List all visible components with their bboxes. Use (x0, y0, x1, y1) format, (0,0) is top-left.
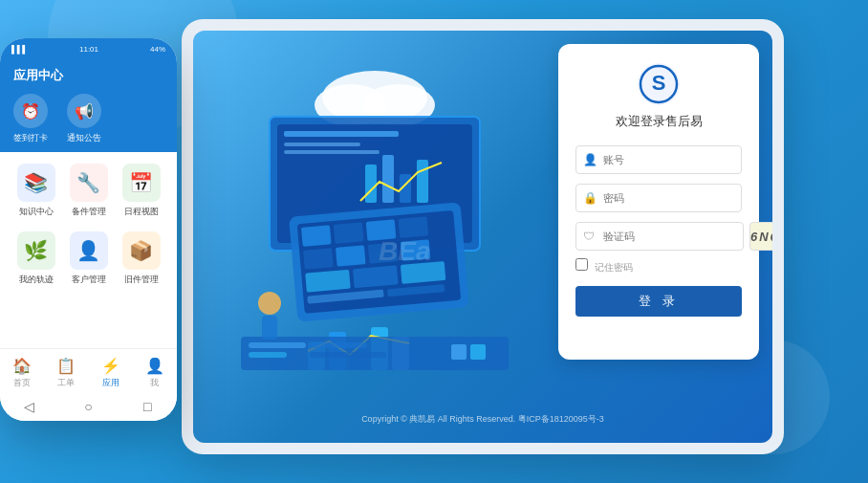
svg-rect-19 (336, 245, 366, 267)
svg-rect-23 (353, 265, 399, 288)
knowledge-label: 知识中心 (19, 206, 54, 218)
track-icon: 🌿 (17, 231, 55, 270)
grid-item-archive[interactable]: 📦 旧件管理 (119, 231, 163, 286)
remember-row: 记住密码 (575, 258, 742, 274)
grid-item-track[interactable]: 🌿 我的轨迹 (13, 231, 58, 286)
notice-label: 通知公告 (67, 132, 101, 144)
svg-rect-5 (284, 131, 399, 137)
captcha-row: 🛡 6NQ↗ (575, 222, 742, 251)
username-input[interactable] (575, 145, 742, 174)
svg-rect-35 (310, 342, 367, 348)
username-group: 👤 (575, 145, 742, 174)
status-center: 11:01 (79, 45, 98, 54)
svg-rect-18 (303, 248, 334, 270)
tablet-screen: BEa S 欢迎登录售后易 👤 (193, 31, 772, 443)
svg-rect-33 (249, 342, 306, 348)
customer-label: 客户管理 (72, 274, 106, 286)
svg-rect-22 (305, 270, 351, 293)
quick-actions: ⏰ 签到打卡 📢 通知公告 (13, 94, 163, 144)
battery-icon: 44% (150, 45, 165, 54)
notice-icon: 📢 (67, 94, 101, 128)
phone-header: 应用中心 ⏰ 签到打卡 📢 通知公告 (0, 59, 177, 152)
checkin-label: 签到打卡 (13, 132, 48, 144)
grid-item-schedule[interactable]: 📅 日程视图 (119, 164, 163, 218)
user-icon: 👤 (583, 153, 597, 166)
remember-checkbox[interactable] (575, 258, 588, 271)
svg-rect-9 (382, 155, 394, 203)
home-icon: 🏠 (12, 357, 32, 375)
svg-rect-36 (310, 352, 386, 358)
app-icon: ⚡ (101, 357, 120, 375)
archive-icon: 📦 (122, 231, 161, 270)
app-label: 应用 (102, 377, 119, 389)
tablet-mockup: BEa S 欢迎登录售后易 👤 (182, 19, 784, 454)
bottom-nav: 🏠 首页 📋 工单 ⚡ 应用 👤 我 (0, 348, 177, 396)
nav-app[interactable]: ⚡ 应用 (101, 357, 120, 389)
svg-rect-17 (399, 216, 429, 238)
customer-icon: 👤 (70, 231, 108, 270)
shield-icon: 🛡 (583, 230, 595, 243)
grid-item-knowledge[interactable]: 📚 知识中心 (13, 164, 58, 218)
captcha-image[interactable]: 6NQ↗ (749, 222, 772, 251)
svg-rect-37 (470, 344, 486, 360)
home-btn[interactable]: ○ (78, 397, 98, 416)
home-label: 首页 (13, 377, 31, 389)
svg-rect-6 (284, 143, 360, 146)
iso-illustration: BEa (212, 40, 537, 384)
svg-rect-8 (365, 165, 377, 203)
track-label: 我的轨迹 (19, 274, 54, 286)
captcha-input[interactable] (575, 222, 744, 251)
schedule-icon: 📅 (122, 164, 161, 202)
svg-rect-15 (334, 222, 364, 244)
svg-rect-41 (262, 316, 277, 340)
tablet-wrapper: BEa S 欢迎登录售后易 👤 (153, 19, 784, 459)
backup-icon: 🔧 (70, 164, 108, 202)
svg-text:S: S (652, 71, 666, 95)
quick-action-notice[interactable]: 📢 通知公告 (67, 94, 101, 144)
work-icon: 📋 (56, 357, 76, 375)
password-group: 🔒 (575, 184, 742, 212)
app-center-title: 应用中心 (13, 67, 163, 84)
me-label: 我 (150, 377, 159, 389)
schedule-label: 日程视图 (124, 206, 159, 218)
archive-label: 旧件管理 (124, 274, 159, 286)
grid-item-customer[interactable]: 👤 客户管理 (66, 231, 111, 286)
checkin-icon: ⏰ (13, 94, 48, 128)
quick-action-checkin[interactable]: ⏰ 签到打卡 (13, 94, 48, 144)
signal-icon: ▌▌▌ (11, 45, 28, 54)
phone-status-bar: ▌▌▌ 11:01 44% (0, 38, 177, 59)
grid-item-backup[interactable]: 🔧 备件管理 (66, 164, 111, 218)
phone-mockup: ▌▌▌ 11:01 44% 应用中心 ⏰ 签到打卡 📢 通知公告 📚 知识中心 … (0, 38, 177, 421)
svg-rect-34 (249, 352, 287, 358)
nav-home[interactable]: 🏠 首页 (12, 357, 32, 389)
svg-rect-11 (417, 160, 428, 203)
nav-me[interactable]: 👤 我 (145, 357, 164, 389)
remember-label: 记住密码 (595, 262, 633, 273)
phone-bottom-bar: ◁ ○ □ (0, 396, 177, 421)
recent-btn[interactable]: □ (138, 397, 157, 416)
login-panel: S 欢迎登录售后易 👤 🔒 🛡 6NQ↗ (558, 44, 759, 360)
svg-rect-7 (284, 150, 380, 154)
knowledge-icon: 📚 (17, 164, 55, 202)
tablet-footer: Copyright © 典凯易 All Rights Reserved. 粤IC… (193, 413, 772, 426)
svg-rect-38 (451, 344, 467, 360)
me-icon: 👤 (145, 357, 164, 375)
login-logo: S (638, 63, 680, 105)
svg-rect-14 (301, 225, 332, 247)
login-button[interactable]: 登 录 (575, 286, 742, 317)
app-grid: 📚 知识中心 🔧 备件管理 📅 日程视图 🌿 我的轨迹 👤 客户管理 📦 旧件管… (0, 152, 177, 348)
nav-work[interactable]: 📋 工单 (56, 357, 76, 389)
work-label: 工单 (57, 377, 75, 389)
login-title: 欢迎登录售后易 (616, 113, 703, 130)
password-input[interactable] (575, 184, 742, 212)
svg-point-40 (258, 292, 281, 315)
lock-icon: 🔒 (583, 191, 597, 205)
svg-text:BEa: BEa (379, 236, 430, 266)
back-btn[interactable]: ◁ (20, 397, 39, 416)
backup-label: 备件管理 (72, 206, 106, 218)
